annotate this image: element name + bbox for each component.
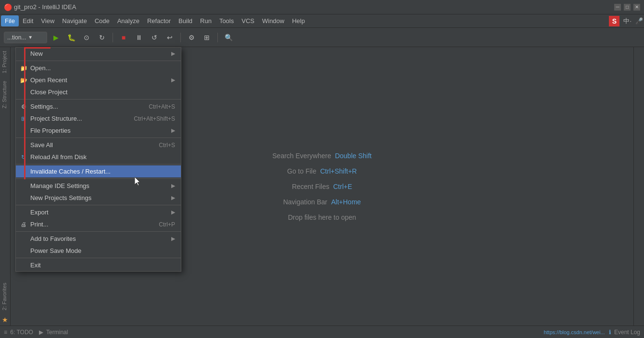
open-icon: 📁: [20, 64, 27, 72]
menu-item-close-project[interactable]: Close Project: [16, 86, 181, 98]
status-bar: ≡ 6: TODO ▶ Terminal https://blog.csdn.n…: [0, 325, 644, 338]
menu-item-open[interactable]: 📁 Open...: [16, 62, 181, 74]
invalidate-caches-label: Invalidate Caches / Restart...: [30, 168, 111, 175]
stop-button[interactable]: ■: [117, 31, 130, 44]
menu-code[interactable]: Code: [91, 15, 114, 26]
manage-ide-label: Manage IDE Settings: [30, 182, 89, 189]
menu-refactor[interactable]: Refactor: [143, 15, 175, 26]
run-config-button[interactable]: ↻: [95, 31, 109, 44]
menu-item-new-projects-settings[interactable]: New Projects Settings ▶: [16, 192, 181, 204]
new-label: New: [30, 50, 43, 57]
menu-divider-6: [16, 205, 181, 205]
toolbar: ...tion... ▼ ▶ 🐛 ⊙ ↻ ■ ⏸ ↺ ↩ ⚙ ⊞ 🔍: [0, 28, 644, 47]
file-menu-dropdown: New ▶ 📁 Open... 📂 Open Recent ▶ Close Pr…: [15, 47, 181, 272]
todo-icon: ≡: [4, 329, 7, 336]
step-button[interactable]: ↩: [163, 31, 177, 44]
manage-ide-arrow-icon: ▶: [171, 183, 175, 189]
menu-navigate[interactable]: Navigate: [58, 15, 90, 26]
menu-item-file-properties[interactable]: File Properties ▶: [16, 125, 181, 137]
new-projects-settings-arrow-icon: ▶: [171, 195, 175, 201]
save-all-label: Save All: [30, 141, 53, 149]
event-log-tab[interactable]: ℹ Event Log: [609, 329, 640, 336]
close-project-label: Close Project: [30, 88, 67, 96]
settings-button[interactable]: ⚙: [185, 31, 198, 44]
menu-analyze[interactable]: Analyze: [114, 15, 143, 26]
recent-files-label: Recent Files: [292, 183, 329, 190]
red-arrow-horizontal: [24, 47, 51, 49]
print-shortcut: Ctrl+P: [159, 221, 175, 228]
menu-run[interactable]: Run: [196, 15, 215, 26]
toolbar-sep-1: [113, 33, 113, 42]
search-everywhere-item: Search Everywhere Double Shift: [272, 152, 371, 160]
cursor: [135, 177, 142, 188]
menu-help[interactable]: Help: [288, 15, 309, 26]
rerun-button[interactable]: ↺: [148, 31, 161, 44]
toolbar-sep-2: [180, 33, 181, 42]
menu-divider-7: [16, 231, 181, 232]
debug-button[interactable]: 🐛: [64, 31, 78, 44]
minimize-button[interactable]: ─: [614, 4, 621, 11]
menu-edit[interactable]: Edit: [19, 15, 37, 26]
menu-item-export[interactable]: Export ▶: [16, 206, 181, 218]
todo-label: 6: TODO: [10, 329, 33, 336]
menu-item-exit[interactable]: Exit: [16, 259, 181, 271]
menu-build[interactable]: Build: [175, 15, 196, 26]
menu-divider-4: [16, 164, 181, 164]
app-logo: S: [609, 16, 619, 26]
menu-tools[interactable]: Tools: [215, 15, 238, 26]
open-recent-icon: 📂: [20, 76, 27, 84]
drop-files-item: Drop files here to open: [288, 213, 356, 221]
menu-item-reload[interactable]: ↻ Reload All from Disk: [16, 151, 181, 163]
reload-icon: ↻: [20, 153, 27, 161]
search-button[interactable]: 🔍: [222, 31, 235, 44]
navigation-bar-shortcut: Alt+Home: [331, 198, 361, 206]
settings-shortcut: Ctrl+Alt+S: [149, 103, 175, 110]
menu-divider-1: [16, 61, 181, 61]
new-arrow-icon: ▶: [171, 50, 175, 57]
menu-file[interactable]: File: [1, 15, 19, 26]
menu-item-save-all[interactable]: Save All Ctrl+S: [16, 139, 181, 151]
main-layout: 1: Project Z: Structure 2: Favorites ★ S…: [0, 47, 644, 325]
close-button[interactable]: ✕: [633, 4, 640, 11]
pause-button[interactable]: ⏸: [132, 31, 146, 44]
sidebar-tab-favorites[interactable]: 2: Favorites: [0, 279, 10, 314]
layout-button[interactable]: ⊞: [200, 31, 214, 44]
menu-divider-8: [16, 258, 181, 258]
terminal-tab[interactable]: ▶ Terminal: [39, 329, 68, 336]
sidebar-tab-structure[interactable]: Z: Structure: [0, 77, 10, 112]
terminal-icon: ▶: [39, 329, 43, 336]
maximize-button[interactable]: □: [624, 4, 631, 11]
coverage-button[interactable]: ⊙: [80, 31, 93, 44]
export-label: Export: [30, 209, 49, 216]
left-tabs-spacer: [0, 113, 10, 279]
title-bar-controls[interactable]: ─ □ ✕: [614, 4, 640, 11]
export-arrow-icon: ▶: [171, 209, 175, 215]
menu-item-power-save[interactable]: Power Save Mode: [16, 245, 181, 257]
run-config-label: ...tion...: [7, 34, 26, 41]
todo-tab[interactable]: ≡ 6: TODO: [4, 329, 33, 336]
menu-item-settings[interactable]: ⚙ Settings... Ctrl+Alt+S: [16, 100, 181, 113]
run-config-dropdown[interactable]: ...tion... ▼: [4, 32, 47, 43]
menu-item-print[interactable]: 🖨 Print... Ctrl+P: [16, 218, 181, 230]
run-button[interactable]: ▶: [49, 31, 63, 44]
menu-item-invalidate-caches[interactable]: Invalidate Caches / Restart...: [16, 165, 181, 177]
dropdown-arrow-icon: ▼: [28, 35, 33, 40]
menu-item-project-structure[interactable]: ⊞ Project Structure... Ctrl+Alt+Shift+S: [16, 113, 181, 125]
menu-item-open-recent[interactable]: 📂 Open Recent ▶: [16, 74, 181, 86]
sidebar-tab-project[interactable]: 1: Project: [0, 47, 10, 77]
navigation-bar-label: Navigation Bar: [283, 198, 328, 206]
menu-item-manage-ide[interactable]: Manage IDE Settings ▶: [16, 180, 181, 192]
project-structure-label: Project Structure...: [30, 115, 82, 122]
menu-view[interactable]: View: [37, 15, 58, 26]
event-log-label: Event Log: [614, 329, 640, 336]
menu-item-add-favorites[interactable]: Add to Favorites ▶: [16, 233, 181, 245]
menu-window[interactable]: Window: [258, 15, 288, 26]
project-structure-icon: ⊞: [20, 115, 27, 123]
menu-vcs[interactable]: VCS: [238, 15, 258, 26]
ime-indicator[interactable]: 中·: [623, 17, 631, 25]
project-structure-shortcut: Ctrl+Alt+Shift+S: [134, 115, 175, 122]
mic-indicator[interactable]: 🎤: [635, 17, 643, 25]
settings-gear-icon: ⚙: [20, 103, 27, 111]
terminal-label: Terminal: [46, 329, 68, 336]
menu-item-new[interactable]: New ▶: [16, 48, 181, 60]
